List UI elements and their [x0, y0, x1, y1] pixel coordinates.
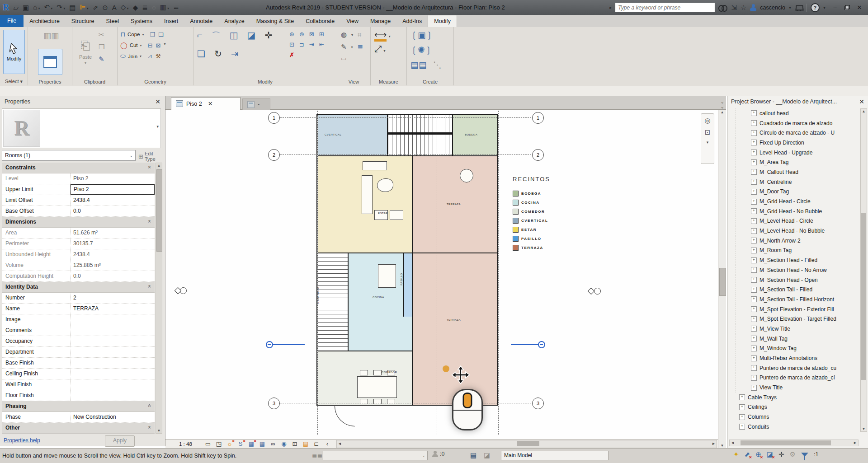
measure-icon[interactable]: ⊫ [80, 0, 88, 16]
help-icon[interactable]: ? [811, 3, 820, 12]
switch-windows-icon[interactable]: ▥ [160, 0, 169, 16]
collapse-vcb-icon[interactable]: ‹ [322, 440, 333, 447]
minimize-button[interactable]: – [829, 0, 841, 15]
grid-bubble-1[interactable]: 1 [268, 112, 280, 124]
property-row[interactable]: Perimeter30135.7 [2, 239, 155, 249]
reveal-hidden-elements-icon[interactable]: ◉ [278, 440, 289, 447]
property-row[interactable]: LevelPiso 2 [2, 173, 155, 184]
ribbon-tab[interactable]: Annotate [184, 15, 218, 27]
ribbon-tab[interactable]: Steel [100, 15, 125, 27]
expand-icon[interactable]: + [751, 140, 757, 145]
wall-joins-icon[interactable]: ⊟ [148, 42, 153, 49]
browser-tree-item[interactable]: +M_Wall Tag [727, 334, 859, 344]
steering-wheel-icon[interactable]: ◎ [704, 117, 710, 125]
select-links-toggle[interactable]: ⬈ [745, 450, 750, 458]
expand-icon[interactable]: + [751, 257, 757, 263]
expand-icon[interactable]: + [751, 120, 757, 126]
zoom-icon[interactable]: ⊡ [705, 128, 711, 136]
shadows-icon[interactable]: S [235, 440, 246, 447]
expand-icon[interactable]: + [751, 346, 757, 351]
browser-tree-item[interactable]: +M_Section Tail - Filled Horizont [727, 295, 859, 304]
properties-palette-button[interactable] [38, 49, 62, 75]
browser-tree-item[interactable]: +Cable Trays [727, 393, 859, 402]
browser-tree-item[interactable]: +callout head [727, 108, 859, 118]
browser-tree-item[interactable]: +Conduits [727, 422, 859, 432]
view-tab-piso-2[interactable]: Piso 2 ✕ [171, 97, 241, 110]
browser-tree-item[interactable]: +Círculo de marca de alzado - U [727, 128, 859, 138]
scrollbar-thumb[interactable] [719, 268, 726, 296]
ribbon-tab[interactable]: Collaborate [300, 15, 340, 27]
expand-icon[interactable]: + [751, 267, 757, 273]
delete-icon[interactable]: ✗ [289, 51, 294, 58]
property-row[interactable]: Unbounded Height2438.4 [2, 249, 155, 260]
ribbon-tab[interactable]: Add-Ins [396, 15, 428, 27]
grid-bubble-3[interactable]: 3 [268, 398, 280, 409]
grid-line-vertical[interactable] [498, 111, 499, 435]
worksets-combo[interactable]: ⌄ [323, 451, 428, 460]
project-browser-close-icon[interactable]: ✕ [859, 96, 864, 108]
scroll-down-icon[interactable]: ▼ [156, 429, 162, 433]
match-type-properties-icon[interactable]: ✎ [99, 55, 104, 63]
ribbon-tab[interactable]: Manage [364, 15, 396, 27]
cut-profile-icon[interactable]: ≣ [358, 43, 363, 51]
expand-icon[interactable]: + [751, 159, 757, 165]
browser-tree-item[interactable]: +M_Door Tag [727, 187, 859, 197]
ribbon-tab[interactable]: Insert [158, 15, 184, 27]
coff​ee-table[interactable] [377, 178, 393, 192]
expand-icon[interactable]: + [751, 238, 757, 243]
browser-tree-item[interactable]: +M_Callout Head [727, 167, 859, 177]
ribbon-tab[interactable]: Modify [428, 15, 457, 27]
type-properties-icon[interactable]: ▥▥ [43, 31, 59, 41]
properties-scrollbar[interactable]: ▲ ▼ [156, 163, 162, 434]
split-face-icon[interactable]: ❏ [158, 31, 164, 38]
type-selector[interactable]: R ▾ [2, 108, 161, 148]
favorites-star-icon[interactable]: ☆ [741, 4, 746, 12]
chair[interactable] [387, 399, 395, 404]
browser-tree-item[interactable]: +M_Grid Head - Circle [727, 196, 859, 206]
mirror-draw-axis-icon[interactable]: ◪ [247, 30, 256, 42]
scale-icon[interactable]: ⊡ [289, 41, 294, 48]
grid-line-vertical[interactable] [317, 111, 318, 435]
app-store-cart-icon[interactable] [795, 5, 803, 11]
rotate-icon[interactable]: ↻ [214, 48, 222, 59]
array-icon[interactable]: ⊞ [319, 31, 324, 37]
view-scale-button[interactable]: 1 : 48 [179, 441, 203, 447]
grid-line-vertical[interactable] [437, 111, 437, 435]
filter-icon[interactable] [801, 453, 808, 457]
property-row[interactable]: Identity Data [2, 282, 155, 293]
close-button[interactable]: ✕ [854, 0, 865, 15]
worksharing-display-icon[interactable]: ▤ [300, 440, 311, 447]
scroll-up-icon[interactable]: ▲ [156, 164, 162, 168]
level-marker-line[interactable] [273, 344, 305, 345]
browser-tree-item[interactable]: +View Title [727, 383, 859, 393]
browser-tree-item[interactable]: +M_Area Tag [727, 157, 859, 167]
detail-level-icon[interactable]: ▭ [203, 440, 213, 447]
expand-icon[interactable]: + [751, 169, 757, 175]
property-row[interactable]: Other [2, 423, 155, 434]
sign-in-icon[interactable]: ⇲ [731, 4, 737, 12]
scroll-right-icon[interactable]: ► [712, 440, 716, 447]
expand-icon[interactable]: + [751, 150, 757, 155]
undo-icon[interactable]: ↶ [44, 0, 53, 16]
select-elements-by-face-toggle[interactable]: ◪ [767, 450, 773, 458]
split-with-gap-icon[interactable]: ⊚ [299, 31, 304, 37]
property-row[interactable]: Wall Finish [2, 379, 155, 390]
view-reference-icon[interactable]: ▭ [341, 55, 346, 62]
browser-horizontal-scrollbar[interactable]: ◄ ► [729, 440, 859, 446]
tab-close-icon[interactable]: ✕ [208, 100, 213, 107]
user-menu-chevron-icon[interactable]: ▾ [789, 5, 791, 10]
aligned-dimension-icon[interactable]: ⇗ [93, 0, 99, 15]
property-row[interactable]: Image [2, 314, 155, 325]
crop-view-icon[interactable]: ▦ [246, 440, 257, 447]
ribbon-tab[interactable]: Analyze [218, 15, 250, 27]
kitchen-counter[interactable] [378, 264, 396, 288]
expand-icon[interactable]: + [751, 296, 757, 302]
elevation-tag[interactable] [594, 288, 601, 295]
print-icon[interactable]: ▤ [69, 0, 75, 15]
property-row[interactable]: Area51.626 m² [2, 228, 155, 239]
sync-with-central-icon[interactable]: ⌂ [33, 0, 40, 16]
render-icon[interactable]: ⌗ [358, 31, 361, 39]
save-icon[interactable]: ▣ [23, 0, 29, 15]
expand-icon[interactable]: + [739, 404, 745, 410]
paint-icon[interactable]: ❒ [150, 31, 155, 38]
